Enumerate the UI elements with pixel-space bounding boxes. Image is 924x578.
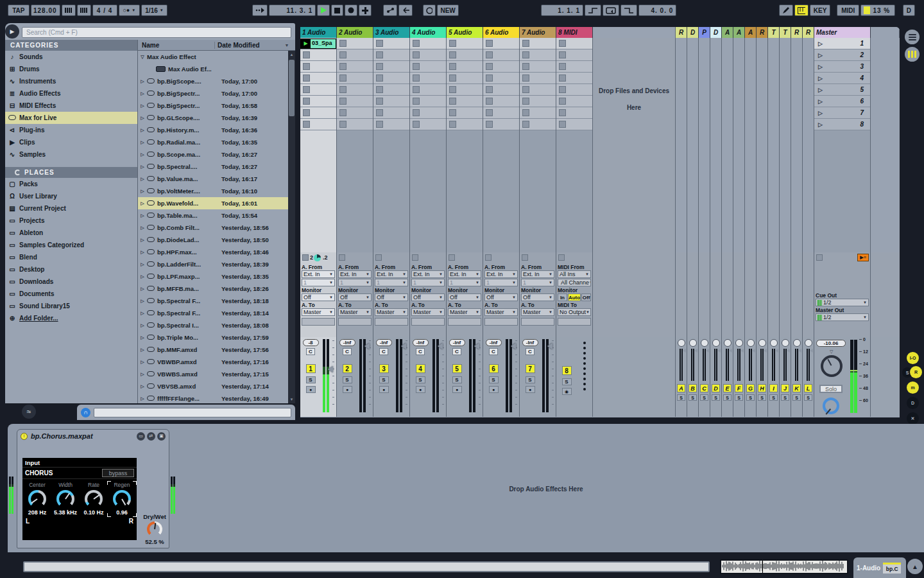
file-row[interactable]: ▷bp.GLScope....Today, 16:39 [138, 112, 288, 124]
output-type-chooser[interactable]: Master▼ [411, 308, 445, 316]
time-signature-display[interactable]: 4 / 4 [92, 4, 117, 16]
scene-3[interactable]: ▷3 [814, 61, 870, 73]
input-type-chooser[interactable]: Ext. In▼ [302, 270, 335, 278]
file-row[interactable]: ▷bp.VoltMeter....Today, 16:10 [138, 185, 288, 197]
return-solo-button[interactable]: S [689, 394, 697, 401]
clip-overview[interactable] [720, 559, 848, 574]
clip-stop-square[interactable] [559, 109, 566, 116]
clip-stop-square[interactable] [413, 74, 420, 82]
clip-slot[interactable] [483, 61, 519, 73]
column-name[interactable]: Name [138, 42, 215, 49]
arm-record-button[interactable]: ● [452, 386, 462, 393]
nudge-down-button[interactable] [62, 4, 76, 16]
return-fader-handle[interactable] [717, 349, 721, 353]
device-param-center[interactable]: Center208 Hz [24, 482, 51, 516]
expand-arrow-icon[interactable]: ▽ [138, 55, 147, 60]
scene-play-icon[interactable]: ▷ [814, 110, 860, 116]
return-pan-knob[interactable] [747, 339, 755, 347]
return-activator-button[interactable]: D [712, 384, 720, 392]
input-type-chooser[interactable]: Ext. In▼ [484, 270, 518, 278]
device-fold-button[interactable]: ▭ [137, 432, 145, 441]
clip-slot[interactable] [556, 84, 592, 96]
return-fader-handle[interactable] [787, 349, 790, 353]
stop-all-clips-button[interactable] [302, 254, 309, 261]
expand-arrow-icon[interactable]: ▷ [138, 274, 147, 279]
scene-4[interactable]: ▷4 [814, 73, 870, 84]
clip-stop-square[interactable] [303, 51, 310, 58]
file-row[interactable]: ▷bp.HPF.max...Yesterday, 18:46 [138, 246, 288, 258]
clip-slot[interactable] [556, 49, 592, 61]
expand-arrow-icon[interactable]: ▷ [138, 128, 147, 133]
scrollbar-thumb[interactable] [289, 60, 295, 116]
clip-stop-square[interactable] [486, 74, 493, 82]
clip-stop-square[interactable] [522, 98, 529, 105]
clip-stop-square[interactable] [449, 109, 456, 116]
clip-stop-square[interactable] [303, 109, 310, 116]
clip-stop-square[interactable] [449, 74, 456, 82]
expand-arrow-icon[interactable]: ▷ [138, 116, 147, 121]
clip-stop-square[interactable] [413, 86, 420, 93]
stop-all-clips-button[interactable] [522, 254, 528, 261]
device-activator-button[interactable]: ⏽ [21, 433, 28, 440]
clip-slot[interactable] [337, 96, 373, 107]
clip-stop-square[interactable] [486, 86, 493, 93]
clip-slot[interactable] [483, 73, 519, 84]
master-track-header[interactable]: Master [814, 27, 871, 38]
input-channel-chooser[interactable]: 1▼ [375, 279, 408, 286]
input-channel-chooser[interactable]: 1▼ [411, 279, 445, 286]
show-hide-detail-button[interactable]: ▲ [907, 559, 923, 574]
stop-all-clips-button[interactable] [558, 254, 565, 261]
sidebar-item-samples-categorized[interactable]: ▭Samples Categorized [5, 239, 137, 251]
sidebar-item-samples[interactable]: ∿Samples [5, 148, 137, 161]
return-fader-handle[interactable] [752, 349, 755, 353]
clip-slot[interactable] [520, 107, 556, 119]
volume-fader-handle[interactable] [511, 343, 516, 349]
expand-arrow-icon[interactable]: ▷ [138, 262, 147, 267]
return-activator-button[interactable]: F [735, 384, 743, 392]
scene-play-icon[interactable]: ▷ [814, 75, 860, 82]
clip-slot[interactable] [520, 84, 556, 96]
file-row[interactable]: ▷bp.Spectral I...Yesterday, 18:08 [138, 319, 288, 331]
return-activator-button[interactable]: G [746, 384, 755, 392]
clip-stop-square[interactable] [303, 121, 310, 128]
clip-slot[interactable] [483, 84, 519, 96]
clip-slot[interactable] [410, 119, 446, 130]
return-fader-handle[interactable] [694, 349, 697, 353]
sidebar-item-plug-ins[interactable]: ⊲Plug-ins [5, 124, 137, 136]
return-track-header-1[interactable]: R [676, 27, 687, 38]
automation-arm-button[interactable] [423, 4, 436, 16]
track-activator-button[interactable]: 2 [343, 364, 352, 373]
sidebar-item-clips[interactable]: ▶Clips [5, 136, 137, 148]
clip-slot[interactable] [556, 73, 592, 84]
clip-stop-square[interactable] [339, 109, 346, 116]
clip-stop-square[interactable] [522, 109, 529, 116]
clip-stop-square[interactable] [449, 86, 456, 93]
monitor-chooser[interactable]: Off▼ [338, 293, 372, 301]
loop-button[interactable] [603, 4, 619, 16]
play-button[interactable] [317, 4, 330, 16]
clip-slot[interactable] [300, 49, 336, 61]
return-track-header-12[interactable]: R [803, 27, 814, 38]
open-max-editor-button[interactable]: ⇄ [147, 432, 155, 441]
clip-slot[interactable] [447, 49, 483, 61]
file-row[interactable]: ▷bp.BigSpectr...Today, 16:58 [138, 100, 288, 112]
param-knob[interactable] [28, 490, 46, 508]
return-fader-handle[interactable] [740, 349, 744, 353]
clip-slot[interactable] [300, 84, 336, 96]
clip-slot[interactable] [373, 96, 409, 107]
param-knob[interactable] [56, 490, 74, 508]
clip-stop-square[interactable] [449, 51, 456, 58]
scene-7[interactable]: ▷7 [814, 107, 870, 119]
scene-8[interactable]: ▷8 [814, 119, 870, 130]
clip-stop-square[interactable] [559, 63, 566, 70]
capture-new-button[interactable]: NEW [437, 4, 458, 16]
file-row[interactable]: ▷bp.DiodeLad...Yesterday, 18:50 [138, 234, 288, 246]
sidebar-item-blend[interactable]: ▭Blend [5, 251, 137, 263]
clip-stop-square[interactable] [449, 98, 456, 105]
return-activator-button[interactable]: B [689, 384, 697, 392]
solo-button[interactable]: S [452, 376, 462, 383]
clip-stop-square[interactable] [522, 63, 529, 70]
return-pan-knob[interactable] [712, 339, 720, 347]
device-param-rate[interactable]: Rate0.10 Hz [80, 482, 107, 516]
track-header-1[interactable]: 1 Audio [300, 27, 337, 38]
